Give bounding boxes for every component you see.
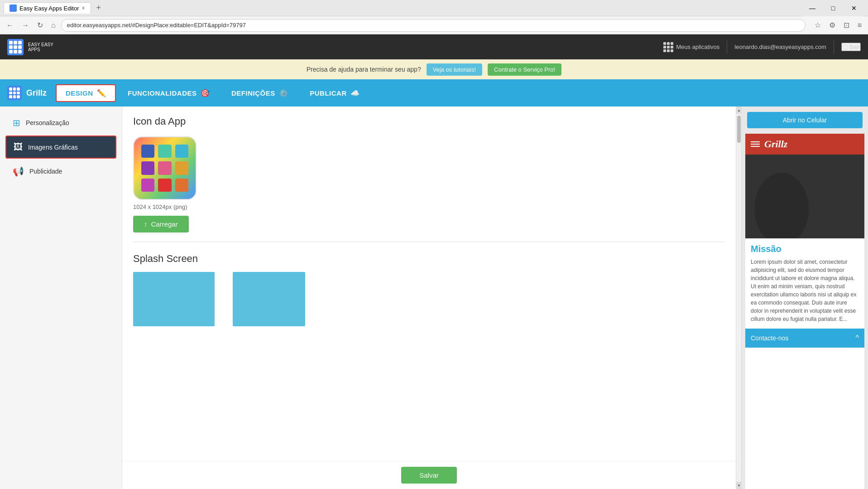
- section-divider: [133, 242, 725, 242]
- app-name-icon: [7, 86, 22, 100]
- contratar-btn[interactable]: Contrate o Serviço Pro!: [488, 63, 561, 76]
- help-text: Precisa de ajuda para terminar seu app?: [307, 66, 421, 73]
- ham-line: [751, 144, 760, 145]
- logo-text: EASY EASY APPS: [28, 42, 53, 52]
- phone-section-title: Missão: [751, 244, 859, 254]
- layout-icon: ⊞: [13, 117, 20, 128]
- header-divider-2: [834, 40, 834, 54]
- sidebar-imagens-label: Imagens Gráficas: [28, 144, 78, 151]
- meus-aplicativos-btn[interactable]: Meus aplicativos: [663, 42, 719, 52]
- sidebar: ⊞ Personalização 🖼 Imagens Gráficas 📢 Pu…: [0, 107, 122, 489]
- forward-btn[interactable]: →: [19, 20, 32, 30]
- main-nav: Grillz DESIGN ✏️ FUNCIONALIDADES 🎯 DEFIN…: [0, 79, 868, 107]
- browser-titlebar: Easy Easy Apps Editor × + — □ ✕: [0, 0, 868, 16]
- icon-cell-3: [175, 145, 188, 158]
- app-header: EASY EASY APPS Meus aplicativos leonardo…: [0, 34, 868, 59]
- splash-section-title: Splash Screen: [133, 253, 725, 265]
- app-icon-preview: [133, 136, 197, 200]
- tab-design-label: DESIGN: [66, 89, 93, 97]
- app-name-label: Grillz: [26, 88, 47, 98]
- back-btn[interactable]: ←: [4, 20, 16, 30]
- home-btn[interactable]: ⌂: [48, 20, 58, 30]
- sidebar-item-imagens[interactable]: 🖼 Imagens Gráficas: [5, 136, 116, 159]
- zoom-btn[interactable]: ⊡: [841, 20, 852, 30]
- tab-def-label: DEFINIÇÕES: [231, 89, 275, 97]
- icon-dimensions: 1024 x 1024px (png): [133, 203, 725, 210]
- tab-title: Easy Easy Apps Editor: [19, 5, 79, 12]
- main-layout: ⊞ Personalização 🖼 Imagens Gráficas 📢 Pu…: [0, 107, 868, 489]
- browser-tab[interactable]: Easy Easy Apps Editor ×: [4, 2, 91, 14]
- header-divider: [727, 40, 727, 54]
- content-area: Icon da App 1024 x 1024px (png) ↑ Carreg…: [122, 107, 736, 489]
- tab-publicar[interactable]: PUBLICAR ☁️: [300, 84, 369, 102]
- upload-icon: ↑: [144, 220, 148, 228]
- hero-image: [745, 155, 864, 238]
- ham-line: [751, 141, 760, 142]
- logo-dot: [18, 45, 22, 49]
- address-bar[interactable]: editor.easyeasyapps.net/#DesignPlace:edi…: [61, 19, 806, 32]
- sidebar-item-personalizacao[interactable]: ⊞ Personalização: [5, 112, 116, 134]
- tab-close-btn[interactable]: ×: [82, 5, 85, 11]
- megaphone-icon: 📢: [13, 166, 24, 177]
- phone-footer-label: Contacte-nos: [751, 334, 788, 342]
- logo-dot: [14, 45, 17, 49]
- window-maximize-btn[interactable]: □: [823, 0, 844, 16]
- scroll-up-arrow[interactable]: ▲: [736, 107, 742, 114]
- phone-footer[interactable]: Contacte-nos ^: [745, 329, 864, 348]
- apps-grid-icon: [663, 42, 673, 52]
- tab-favicon: [10, 5, 17, 12]
- icon-cell-1: [141, 145, 154, 158]
- header-email: leonardo.dias@easyeasyapps.com: [734, 44, 826, 50]
- icon-cell-6: [175, 161, 188, 174]
- abrir-celular-btn[interactable]: Abrir no Celular: [747, 112, 863, 128]
- save-bar: Salvar: [122, 461, 736, 489]
- logo-sub: APPS: [28, 47, 53, 52]
- phone-content: Missão Lorem ipsum dolor sit amet, conse…: [745, 238, 864, 329]
- hamburger-icon[interactable]: [751, 141, 760, 147]
- scroll-thumb[interactable]: [737, 116, 741, 143]
- scroll-down-arrow[interactable]: ▼: [736, 482, 742, 489]
- tutorial-btn[interactable]: Veja os tutoriais!: [427, 63, 482, 76]
- sidebar-personalizacao-label: Personalização: [26, 119, 69, 126]
- logo-icon: [7, 39, 24, 55]
- tab-pub-label: PUBLICAR: [310, 89, 347, 97]
- tab-func-label: FUNCIONALIDADES: [128, 89, 197, 97]
- splash-preview-portrait: [133, 272, 215, 326]
- reload-btn[interactable]: ↻: [34, 20, 46, 30]
- tab-design[interactable]: DESIGN ✏️: [56, 84, 116, 102]
- salvar-btn[interactable]: Salvar: [401, 467, 457, 484]
- carregar-btn[interactable]: ↑ Carregar: [133, 216, 189, 232]
- tab-definicoes[interactable]: DEFINIÇÕES ⚙️: [221, 84, 298, 102]
- browser-addressbar: ← → ↻ ⌂ editor.easyeasyapps.net/#DesignP…: [0, 16, 868, 34]
- extensions-btn[interactable]: ⚙: [826, 20, 838, 30]
- carregar-label: Carregar: [151, 220, 178, 228]
- icon-cell-5: [158, 161, 171, 174]
- logo-dot: [18, 41, 22, 44]
- preview-header: Abrir no Celular: [742, 107, 868, 134]
- app-name: Grillz: [7, 86, 47, 100]
- preview-panel: Abrir no Celular Grillz Missão Lorem ips…: [741, 107, 868, 489]
- sidebar-item-publicidade[interactable]: 📢 Publicidade: [5, 160, 116, 182]
- tab-funcionalidades[interactable]: FUNCIONALIDADES 🎯: [118, 84, 220, 102]
- splash-preview-landscape: [233, 272, 305, 326]
- icon-cell-9: [175, 179, 188, 192]
- sidebar-publicidade-label: Publicidade: [29, 168, 62, 175]
- logo-dot: [14, 50, 17, 53]
- window-minimize-btn[interactable]: —: [802, 0, 823, 16]
- ham-line: [751, 146, 760, 147]
- design-pencil-icon: ✏️: [97, 89, 106, 97]
- sair-btn[interactable]: ⬚ Sair: [841, 43, 861, 51]
- def-icon: ⚙️: [279, 89, 288, 97]
- icon-cell-2: [158, 145, 171, 158]
- sair-label: Sair: [849, 44, 860, 50]
- bookmark-btn[interactable]: ☆: [812, 20, 824, 30]
- meus-aplicativos-label: Meus aplicativos: [676, 44, 719, 50]
- icon-cell-7: [141, 179, 154, 192]
- new-tab-btn[interactable]: +: [93, 2, 105, 14]
- logo-dot: [9, 45, 13, 49]
- window-close-btn[interactable]: ✕: [844, 0, 864, 16]
- browser-menu-btn[interactable]: ≡: [855, 20, 864, 30]
- phone-preview: Grillz Missão Lorem ipsum dolor sit amet…: [745, 134, 864, 489]
- url-text: editor.easyeasyapps.net/#DesignPlace:edi…: [67, 22, 246, 29]
- content-scrollbar[interactable]: ▲ ▼: [736, 107, 741, 489]
